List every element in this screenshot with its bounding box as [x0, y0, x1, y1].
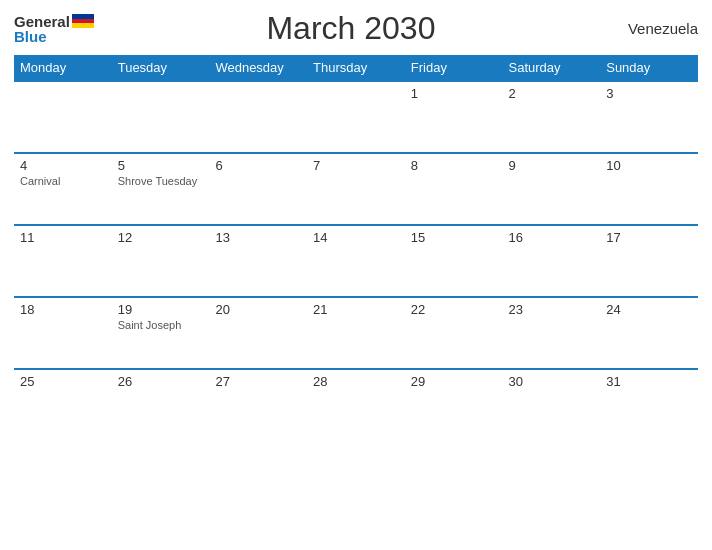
svg-rect-1 — [72, 19, 94, 23]
day-number: 15 — [411, 230, 497, 245]
logo: General Blue — [14, 14, 94, 44]
calendar-header: General Blue March 2030 Venezuela — [14, 10, 698, 47]
day-number: 8 — [411, 158, 497, 173]
day-number: 16 — [509, 230, 595, 245]
calendar-week-row: 123 — [14, 81, 698, 153]
calendar-cell — [14, 81, 112, 153]
day-number: 23 — [509, 302, 595, 317]
weekday-header-friday: Friday — [405, 55, 503, 81]
calendar-cell: 29 — [405, 369, 503, 441]
day-number: 20 — [215, 302, 301, 317]
weekday-header-row: MondayTuesdayWednesdayThursdayFridaySatu… — [14, 55, 698, 81]
weekday-header-thursday: Thursday — [307, 55, 405, 81]
day-number: 30 — [509, 374, 595, 389]
calendar-cell: 26 — [112, 369, 210, 441]
calendar-cell: 10 — [600, 153, 698, 225]
day-number: 6 — [215, 158, 301, 173]
day-number: 17 — [606, 230, 692, 245]
calendar-cell: 8 — [405, 153, 503, 225]
day-number: 12 — [118, 230, 204, 245]
calendar-cell: 27 — [209, 369, 307, 441]
calendar-cell: 18 — [14, 297, 112, 369]
calendar-cell: 7 — [307, 153, 405, 225]
calendar-cell: 9 — [503, 153, 601, 225]
day-number: 11 — [20, 230, 106, 245]
logo-flag-icon — [72, 14, 94, 28]
logo-general-text: General — [14, 14, 70, 29]
calendar-cell: 11 — [14, 225, 112, 297]
calendar-cell: 24 — [600, 297, 698, 369]
day-number: 29 — [411, 374, 497, 389]
calendar-country: Venezuela — [608, 20, 698, 37]
calendar-cell: 13 — [209, 225, 307, 297]
day-number: 7 — [313, 158, 399, 173]
calendar-cell: 30 — [503, 369, 601, 441]
weekday-header-saturday: Saturday — [503, 55, 601, 81]
day-number: 3 — [606, 86, 692, 101]
calendar-cell — [209, 81, 307, 153]
calendar-cell — [112, 81, 210, 153]
weekday-header-sunday: Sunday — [600, 55, 698, 81]
svg-rect-2 — [72, 23, 94, 28]
calendar-week-row: 1819Saint Joseph2021222324 — [14, 297, 698, 369]
day-number: 2 — [509, 86, 595, 101]
day-number: 9 — [509, 158, 595, 173]
calendar-cell: 2 — [503, 81, 601, 153]
day-number: 18 — [20, 302, 106, 317]
calendar-cell: 15 — [405, 225, 503, 297]
calendar-cell: 19Saint Joseph — [112, 297, 210, 369]
day-number: 27 — [215, 374, 301, 389]
day-number: 31 — [606, 374, 692, 389]
weekday-header-monday: Monday — [14, 55, 112, 81]
calendar-cell: 1 — [405, 81, 503, 153]
calendar-cell: 28 — [307, 369, 405, 441]
day-event: Saint Joseph — [118, 319, 204, 331]
day-number: 13 — [215, 230, 301, 245]
calendar-cell: 31 — [600, 369, 698, 441]
calendar-cell: 21 — [307, 297, 405, 369]
calendar-cell: 16 — [503, 225, 601, 297]
calendar-cell — [307, 81, 405, 153]
day-number: 25 — [20, 374, 106, 389]
day-number: 26 — [118, 374, 204, 389]
calendar-week-row: 11121314151617 — [14, 225, 698, 297]
logo-blue-text: Blue — [14, 29, 47, 44]
day-number: 5 — [118, 158, 204, 173]
day-number: 22 — [411, 302, 497, 317]
day-number: 28 — [313, 374, 399, 389]
day-number: 24 — [606, 302, 692, 317]
calendar-cell: 12 — [112, 225, 210, 297]
day-number: 10 — [606, 158, 692, 173]
calendar-week-row: 25262728293031 — [14, 369, 698, 441]
calendar-cell: 4Carnival — [14, 153, 112, 225]
calendar-container: General Blue March 2030 Venezuela Monday… — [0, 0, 712, 550]
calendar-cell: 14 — [307, 225, 405, 297]
weekday-header-tuesday: Tuesday — [112, 55, 210, 81]
day-number: 4 — [20, 158, 106, 173]
calendar-week-row: 4Carnival5Shrove Tuesday678910 — [14, 153, 698, 225]
calendar-cell: 3 — [600, 81, 698, 153]
weekday-header-wednesday: Wednesday — [209, 55, 307, 81]
day-event: Carnival — [20, 175, 106, 187]
day-number: 19 — [118, 302, 204, 317]
calendar-cell: 5Shrove Tuesday — [112, 153, 210, 225]
svg-rect-0 — [72, 14, 94, 19]
calendar-cell: 22 — [405, 297, 503, 369]
calendar-cell: 25 — [14, 369, 112, 441]
calendar-cell: 23 — [503, 297, 601, 369]
day-event: Shrove Tuesday — [118, 175, 204, 187]
calendar-title: March 2030 — [94, 10, 608, 47]
calendar-cell: 6 — [209, 153, 307, 225]
day-number: 1 — [411, 86, 497, 101]
day-number: 14 — [313, 230, 399, 245]
calendar-cell: 20 — [209, 297, 307, 369]
day-number: 21 — [313, 302, 399, 317]
calendar-grid: MondayTuesdayWednesdayThursdayFridaySatu… — [14, 55, 698, 441]
calendar-cell: 17 — [600, 225, 698, 297]
